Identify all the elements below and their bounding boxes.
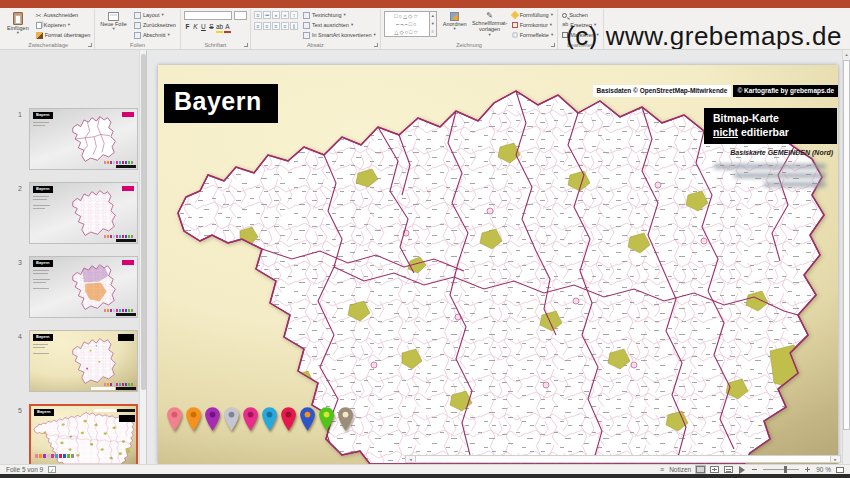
find-button[interactable]: Suchen bbox=[561, 11, 600, 19]
columns-button[interactable]: ∥ bbox=[290, 22, 298, 30]
align-center-button[interactable]: ≡ bbox=[263, 22, 271, 30]
color-dot bbox=[125, 383, 127, 386]
new-slide-button[interactable]: Neue Folie ▾ bbox=[98, 11, 129, 33]
vertical-scrollbar[interactable]: ▲ bbox=[842, 50, 850, 464]
drawing-dialog-launcher-icon[interactable] bbox=[551, 43, 555, 47]
bold-button[interactable]: F bbox=[184, 23, 191, 31]
zoom-slider[interactable] bbox=[763, 469, 799, 470]
layout-button[interactable]: Layout ▾ bbox=[133, 11, 177, 19]
color-dot bbox=[113, 235, 115, 238]
slide-number: 1 bbox=[18, 111, 28, 118]
thumbnail-scrollbar[interactable] bbox=[139, 50, 146, 464]
italic-button[interactable]: K bbox=[192, 23, 199, 31]
smartart-button[interactable]: In SmartArt konvertieren ▾ bbox=[302, 31, 377, 39]
copy-button[interactable]: Kopieren ▾ bbox=[35, 21, 92, 29]
normal-view-button[interactable] bbox=[696, 466, 705, 473]
bullets-button[interactable]: ≡ bbox=[254, 11, 262, 19]
map-pin[interactable] bbox=[337, 406, 354, 432]
reading-view-button[interactable] bbox=[724, 466, 733, 473]
numbering-button[interactable]: ≔ bbox=[263, 11, 271, 19]
color-dot bbox=[131, 383, 133, 386]
color-dot bbox=[104, 235, 106, 238]
notes-toggle-button[interactable]: Notizen bbox=[669, 466, 691, 473]
strikethrough-button[interactable]: S bbox=[208, 23, 215, 31]
format-painter-button[interactable]: Format übertragen bbox=[35, 31, 92, 39]
thumb-credit-bar bbox=[91, 387, 115, 390]
reset-button[interactable]: Zurücksetzen bbox=[133, 21, 177, 29]
thumb-credit-bar bbox=[94, 409, 116, 412]
shape-fill-button[interactable]: Formfüllung ▾ bbox=[511, 11, 555, 19]
paragraph-dialog-launcher-icon[interactable] bbox=[374, 43, 378, 47]
shapes-gallery-scroll[interactable]: ▲▼≡ bbox=[430, 11, 437, 37]
slideshow-button[interactable] bbox=[739, 466, 745, 474]
color-dot bbox=[128, 309, 130, 312]
map-pin[interactable] bbox=[280, 406, 297, 432]
color-dot bbox=[113, 309, 115, 312]
horizontal-scrollbar-thumb[interactable] bbox=[415, 456, 831, 462]
thumb-text-line bbox=[33, 122, 49, 123]
slide-canvas[interactable]: Bayern Basisdaten © OpenStreetMap-Mitwir… bbox=[158, 65, 838, 464]
arrange-button[interactable]: Anordnen ▾ bbox=[441, 11, 469, 33]
section-button[interactable]: Abschnitt ▾ bbox=[133, 31, 177, 39]
color-dot bbox=[131, 309, 133, 312]
thumbnail-scrollbar-thumb[interactable] bbox=[141, 54, 146, 390]
underline-button[interactable]: U bbox=[200, 23, 207, 31]
bitmap-note-box[interactable]: Bitmap-Karte nicht editierbar bbox=[704, 108, 837, 144]
font-color-button[interactable]: A bbox=[224, 23, 231, 33]
vertical-scrollbar-thumb[interactable] bbox=[843, 60, 850, 430]
increase-indent-button[interactable]: » bbox=[281, 11, 289, 19]
map-pin[interactable] bbox=[318, 406, 335, 432]
slide-thumbnail-3[interactable]: Bayern bbox=[30, 257, 137, 317]
highlight-button[interactable]: ab bbox=[216, 23, 223, 33]
thumb-text-line bbox=[33, 199, 47, 200]
font-size-combobox[interactable] bbox=[234, 11, 247, 20]
zoom-slider-thumb[interactable] bbox=[784, 466, 787, 473]
smartart-icon bbox=[303, 32, 310, 39]
color-dot bbox=[128, 235, 130, 238]
quick-styles-button[interactable]: ✎ Schnellformat-vorlagen ▾ bbox=[473, 11, 507, 38]
zoom-level[interactable]: 90 % bbox=[816, 466, 831, 473]
slide-thumbnail-4[interactable]: Bayern bbox=[30, 331, 137, 391]
slide-sorter-view-button[interactable] bbox=[710, 466, 719, 473]
line-spacing-button[interactable]: ↕ bbox=[290, 11, 298, 19]
slide-thumbnail-5-selected[interactable]: Bayern bbox=[29, 404, 138, 464]
shape-outline-button[interactable]: Formkontur ▾ bbox=[511, 21, 555, 29]
map-pin[interactable] bbox=[299, 406, 316, 432]
align-right-button[interactable]: ≡ bbox=[272, 22, 280, 30]
map-pin[interactable] bbox=[242, 406, 259, 432]
chevron-down-icon: ▾ bbox=[454, 27, 456, 32]
paste-button[interactable]: Einfügen ▾ bbox=[5, 11, 31, 37]
map-pin[interactable] bbox=[166, 406, 183, 432]
decrease-indent-button[interactable]: « bbox=[272, 11, 280, 19]
horizontal-scrollbar[interactable]: ◄ ► bbox=[405, 455, 841, 463]
spellcheck-icon[interactable]: ✓ bbox=[48, 466, 56, 473]
font-dialog-launcher-icon[interactable] bbox=[244, 43, 248, 47]
map-pin[interactable] bbox=[261, 406, 278, 432]
font-name-combobox[interactable] bbox=[184, 11, 232, 20]
scroll-right-icon[interactable]: ► bbox=[831, 456, 840, 462]
zoom-in-icon[interactable] bbox=[804, 466, 811, 473]
scroll-left-icon[interactable]: ◄ bbox=[406, 456, 415, 462]
notes-icon: ≡ bbox=[660, 466, 664, 473]
justify-button[interactable]: ≡ bbox=[281, 22, 289, 30]
scroll-up-icon[interactable]: ▲ bbox=[843, 50, 850, 59]
align-left-button[interactable]: ≡ bbox=[254, 22, 262, 30]
text-direction-button[interactable]: Textrichtung ▾ bbox=[302, 11, 377, 19]
cut-button[interactable]: ✂ Ausschneiden bbox=[35, 11, 92, 19]
map-pin[interactable] bbox=[204, 406, 221, 432]
color-dot bbox=[104, 309, 106, 312]
shapes-gallery[interactable]: □○△◇☆⌐¬~□○△◇○□☆ bbox=[384, 11, 430, 37]
slide-thumbnail-1[interactable]: Bayern bbox=[30, 109, 137, 169]
clipboard-dialog-launcher-icon[interactable] bbox=[88, 43, 92, 47]
fit-to-window-icon[interactable] bbox=[836, 467, 844, 473]
quick-styles-label: Schnellformat-vorlagen bbox=[472, 20, 507, 33]
smartart-label: In SmartArt konvertieren bbox=[312, 32, 372, 38]
slide-title-box[interactable]: Bayern bbox=[164, 84, 278, 123]
map-pin[interactable] bbox=[223, 406, 240, 432]
zoom-out-icon[interactable] bbox=[751, 466, 758, 473]
shape-effects-button[interactable]: Formeffekte ▾ bbox=[511, 31, 555, 39]
align-text-button[interactable]: Text ausrichten ▾ bbox=[302, 21, 377, 29]
map-pin[interactable] bbox=[185, 406, 202, 432]
slide-thumbnail-2[interactable]: Bayern bbox=[30, 183, 137, 243]
slide-number: 2 bbox=[18, 185, 28, 192]
